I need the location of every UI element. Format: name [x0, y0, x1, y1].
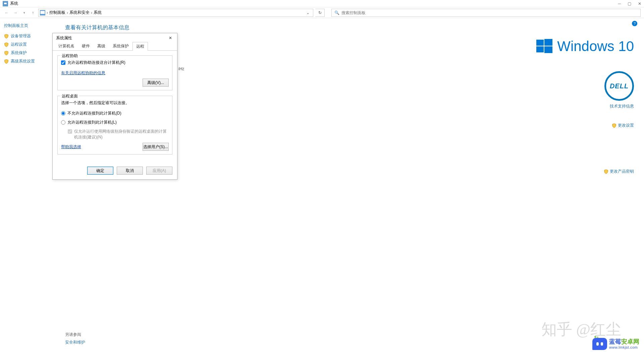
dialog-titlebar: 系统属性 ✕	[53, 33, 177, 43]
shield-icon	[4, 34, 9, 39]
chevron-right-icon: ›	[67, 10, 68, 15]
dialog-title: 系统属性	[56, 35, 72, 41]
security-maintenance-link[interactable]: 安全和维护	[65, 340, 85, 345]
see-also-section: 另请参阅 安全和维护	[65, 332, 85, 345]
svg-rect-2	[41, 11, 45, 14]
tab-hardware[interactable]: 硬件	[78, 42, 94, 50]
windows-brand: Windows 10	[527, 38, 634, 54]
svg-rect-0	[4, 2, 7, 4]
breadcrumb-item[interactable]: 系统	[94, 10, 102, 15]
windows-brand-text: Windows 10	[557, 38, 634, 54]
sidebar-item-label: 高级系统设置	[11, 58, 35, 64]
help-me-choose-link[interactable]: 帮助我选择	[61, 144, 81, 150]
dialog-close-button[interactable]: ✕	[167, 36, 174, 40]
svg-rect-3	[536, 40, 544, 46]
shield-icon	[604, 169, 608, 174]
tab-system-protection[interactable]: 系统保护	[109, 42, 132, 50]
deny-remote-row[interactable]: 不允许远程连接到此计算机(D)	[61, 111, 169, 116]
allow-remote-assistance-label: 允许远程协助连接这台计算机(R)	[67, 60, 125, 65]
search-box[interactable]: 🔍	[331, 9, 641, 17]
see-also-header: 另请参阅	[65, 332, 85, 338]
svg-rect-4	[544, 39, 552, 46]
svg-rect-5	[536, 46, 544, 52]
change-product-key-label: 更改产品密钥	[610, 169, 634, 174]
lanmei-name: 蓝莓安卓网	[609, 339, 639, 345]
select-users-button[interactable]: 选择用户(S)...	[143, 143, 169, 151]
sidebar: 控制面板主页 设备管理器 远程设置 系统保护 高级系统设置	[0, 18, 57, 352]
shield-icon	[4, 51, 9, 55]
svg-rect-6	[544, 46, 552, 53]
change-settings-label: 更改设置	[618, 123, 634, 128]
lanmei-url: www.lmkjst.com	[609, 345, 639, 349]
dialog-button-row: 确定 取消 应用(A)	[53, 163, 177, 179]
search-icon: 🔍	[334, 10, 339, 15]
breadcrumb-item[interactable]: 控制面板	[49, 10, 65, 15]
dialog-tabs: 计算机名 硬件 高级 系统保护 远程	[53, 43, 177, 51]
ok-button[interactable]: 确定	[87, 167, 113, 175]
remote-desktop-group: 远程桌面 选择一个选项，然后指定谁可以连接。 不允许远程连接到此计算机(D) 允…	[57, 96, 172, 155]
tab-remote[interactable]: 远程	[132, 42, 148, 51]
system-icon	[3, 1, 8, 6]
shield-icon	[612, 123, 616, 128]
nav-recent-icon[interactable]: ▾	[21, 11, 28, 14]
nav-back-icon[interactable]: ←	[3, 10, 10, 15]
remote-assistance-group: 远程协助 允许远程协助连接这台计算机(R) 有关启用远程协助的信息 高级(V).…	[57, 55, 172, 90]
sidebar-item-label: 远程设置	[11, 42, 27, 47]
navbar: ← → ▾ ↑ › 控制面板 › 系统和安全 › 系统 ⌄ ↻ 🔍	[0, 7, 644, 18]
tech-support-link[interactable]: 技术支持信息	[527, 103, 634, 109]
windows-logo-icon	[536, 38, 552, 54]
cpu-info-partial: iHz	[178, 67, 184, 71]
remote-assistance-advanced-button[interactable]: 高级(V)...	[143, 79, 169, 87]
system-properties-dialog: 系统属性 ✕ 计算机名 硬件 高级 系统保护 远程 远程协助 允许远程协助连接这…	[52, 33, 177, 180]
chevron-right-icon: ›	[91, 10, 92, 15]
sidebar-item-label: 系统保护	[11, 50, 27, 56]
apply-button[interactable]: 应用(A)	[146, 167, 172, 175]
sidebar-item-device-manager[interactable]: 设备管理器	[4, 33, 53, 39]
tab-computer-name[interactable]: 计算机名	[55, 42, 78, 50]
sidebar-item-remote-settings[interactable]: 远程设置	[4, 42, 53, 47]
remote-assistance-info-link[interactable]: 有关启用远程协助的信息	[61, 71, 105, 75]
chevron-right-icon: ›	[47, 10, 48, 15]
svg-rect-1	[5, 5, 6, 5]
remote-desktop-desc: 选择一个选项，然后指定谁可以连接。	[61, 100, 169, 106]
allow-remote-radio[interactable]	[61, 120, 65, 125]
change-settings-link[interactable]: 更改设置	[527, 123, 634, 128]
nla-checkbox	[68, 129, 72, 134]
watermark-zhihu: 知乎 @红尘	[541, 319, 621, 340]
close-button[interactable]: ✕	[638, 1, 641, 6]
sidebar-item-label: 设备管理器	[11, 33, 31, 39]
dell-logo: DELL	[604, 71, 634, 101]
remote-assistance-legend: 远程协助	[60, 53, 79, 59]
lanmei-logo-icon	[592, 338, 607, 350]
nav-forward-icon[interactable]: →	[12, 10, 19, 15]
tab-advanced[interactable]: 高级	[94, 42, 109, 50]
shield-icon	[4, 42, 9, 47]
sidebar-item-system-protection[interactable]: 系统保护	[4, 50, 53, 56]
breadcrumb-item[interactable]: 系统和安全	[69, 10, 90, 15]
deny-remote-label: 不允许远程连接到此计算机(D)	[67, 111, 121, 116]
change-product-key-link[interactable]: 更改产品密钥	[527, 169, 634, 174]
watermark-lanmei: 蓝莓安卓网 www.lmkjst.com	[592, 338, 639, 350]
refresh-button[interactable]: ↻	[315, 9, 325, 17]
breadcrumb-icon	[40, 10, 45, 15]
window-title: 系统	[10, 1, 18, 6]
allow-remote-assistance-checkbox[interactable]	[61, 60, 65, 65]
nav-up-icon[interactable]: ↑	[30, 10, 36, 15]
breadcrumb-dropdown-icon[interactable]: ⌄	[304, 10, 312, 15]
sidebar-item-advanced-settings[interactable]: 高级系统设置	[4, 58, 53, 64]
minimize-button[interactable]: ─	[618, 1, 621, 6]
sidebar-home-link[interactable]: 控制面板主页	[4, 23, 53, 29]
allow-remote-assistance-row[interactable]: 允许远程协助连接这台计算机(R)	[61, 60, 169, 65]
shield-icon	[4, 59, 9, 64]
cancel-button[interactable]: 取消	[117, 167, 143, 175]
nla-row: 仅允许运行使用网络级别身份验证的远程桌面的计算机连接(建议)(N)	[68, 129, 169, 140]
maximize-button[interactable]: ▢	[628, 1, 631, 6]
allow-remote-row[interactable]: 允许远程连接到此计算机(L)	[61, 120, 169, 125]
search-input[interactable]	[341, 10, 638, 15]
breadcrumb[interactable]: › 控制面板 › 系统和安全 › 系统 ⌄	[38, 9, 313, 17]
remote-desktop-legend: 远程桌面	[60, 93, 79, 99]
nla-label: 仅允许运行使用网络级别身份验证的远程桌面的计算机连接(建议)(N)	[74, 129, 169, 140]
window-titlebar: 系统 ─ ▢ ✕	[0, 0, 644, 7]
allow-remote-label: 允许远程连接到此计算机(L)	[67, 120, 117, 125]
deny-remote-radio[interactable]	[61, 111, 65, 116]
